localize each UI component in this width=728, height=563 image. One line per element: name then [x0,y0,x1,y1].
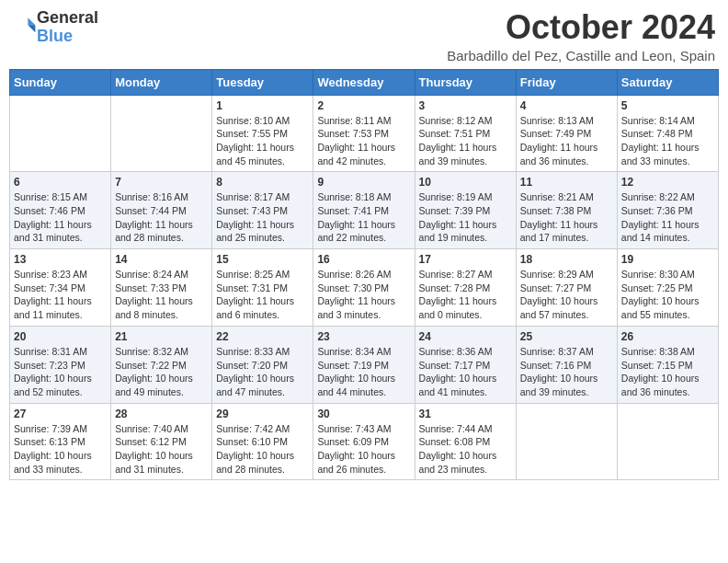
calendar-cell: 23Sunrise: 8:34 AM Sunset: 7:19 PM Dayli… [313,326,415,403]
calendar-cell: 13Sunrise: 8:23 AM Sunset: 7:34 PM Dayli… [10,249,111,327]
day-number: 6 [14,176,107,189]
day-info: Sunrise: 8:15 AM Sunset: 7:46 PM Dayligh… [14,190,107,245]
weekday-header-friday: Friday [516,69,617,95]
day-info: Sunrise: 8:26 AM Sunset: 7:30 PM Dayligh… [317,268,410,322]
day-number: 19 [621,253,714,266]
day-info: Sunrise: 8:37 AM Sunset: 7:16 PM Dayligh… [520,345,613,399]
calendar-cell: 24Sunrise: 8:36 AM Sunset: 7:17 PM Dayli… [415,326,516,403]
calendar-cell [10,95,111,172]
day-info: Sunrise: 8:25 AM Sunset: 7:31 PM Dayligh… [216,268,309,322]
day-number: 25 [520,330,613,343]
day-info: Sunrise: 8:23 AM Sunset: 7:34 PM Dayligh… [14,268,107,322]
calendar-cell: 14Sunrise: 8:24 AM Sunset: 7:33 PM Dayli… [111,249,212,327]
calendar-cell: 5Sunrise: 8:14 AM Sunset: 7:48 PM Daylig… [617,95,718,172]
day-number: 21 [115,330,208,343]
calendar-cell: 28Sunrise: 7:40 AM Sunset: 6:12 PM Dayli… [111,403,212,480]
day-number: 3 [419,99,512,112]
day-info: Sunrise: 8:13 AM Sunset: 7:49 PM Dayligh… [520,114,613,168]
weekday-header-monday: Monday [111,69,212,95]
calendar-cell: 22Sunrise: 8:33 AM Sunset: 7:20 PM Dayli… [212,326,313,403]
calendar-cell: 12Sunrise: 8:22 AM Sunset: 7:36 PM Dayli… [617,172,718,249]
day-number: 8 [216,176,309,189]
day-number: 4 [520,99,613,112]
calendar-cell: 7Sunrise: 8:16 AM Sunset: 7:44 PM Daylig… [111,172,212,249]
day-number: 11 [520,176,613,189]
weekday-header-tuesday: Tuesday [212,69,313,95]
day-number: 20 [14,330,107,343]
day-info: Sunrise: 8:32 AM Sunset: 7:22 PM Dayligh… [115,345,208,399]
day-number: 5 [621,99,714,112]
calendar-body: 1Sunrise: 8:10 AM Sunset: 7:55 PM Daylig… [10,95,719,480]
calendar-cell: 6Sunrise: 8:15 AM Sunset: 7:46 PM Daylig… [10,172,111,249]
calendar-cell: 18Sunrise: 8:29 AM Sunset: 7:27 PM Dayli… [516,249,617,327]
day-info: Sunrise: 7:44 AM Sunset: 6:08 PM Dayligh… [419,422,512,477]
weekday-header-sunday: Sunday [10,69,111,95]
calendar-cell: 8Sunrise: 8:17 AM Sunset: 7:43 PM Daylig… [212,172,313,249]
day-info: Sunrise: 8:31 AM Sunset: 7:23 PM Dayligh… [14,345,107,399]
calendar-cell: 15Sunrise: 8:25 AM Sunset: 7:31 PM Dayli… [212,249,313,327]
day-number: 13 [14,253,107,266]
day-info: Sunrise: 8:34 AM Sunset: 7:19 PM Dayligh… [317,345,410,399]
calendar-cell: 17Sunrise: 8:27 AM Sunset: 7:28 PM Dayli… [415,249,516,327]
day-info: Sunrise: 8:38 AM Sunset: 7:15 PM Dayligh… [621,345,714,399]
calendar-cell: 16Sunrise: 8:26 AM Sunset: 7:30 PM Dayli… [313,249,415,327]
weekday-header-row: SundayMondayTuesdayWednesdayThursdayFrid… [10,69,719,95]
location-subtitle: Barbadillo del Pez, Castille and Leon, S… [447,48,715,63]
day-info: Sunrise: 8:12 AM Sunset: 7:51 PM Dayligh… [419,114,512,168]
day-info: Sunrise: 8:24 AM Sunset: 7:33 PM Dayligh… [115,268,208,322]
calendar-cell: 21Sunrise: 8:32 AM Sunset: 7:22 PM Dayli… [111,326,212,403]
calendar-cell: 26Sunrise: 8:38 AM Sunset: 7:15 PM Dayli… [617,326,718,403]
day-number: 23 [317,330,410,343]
day-number: 22 [216,330,309,343]
page-header: General Blue October 2024 Barbadillo del… [9,9,719,63]
day-info: Sunrise: 8:33 AM Sunset: 7:20 PM Dayligh… [216,345,309,399]
day-number: 16 [317,253,410,266]
day-info: Sunrise: 7:39 AM Sunset: 6:13 PM Dayligh… [14,422,107,477]
calendar-cell: 30Sunrise: 7:43 AM Sunset: 6:09 PM Dayli… [313,403,415,480]
calendar-week-4: 20Sunrise: 8:31 AM Sunset: 7:23 PM Dayli… [10,326,719,403]
logo-text: General Blue [37,9,98,46]
day-info: Sunrise: 8:18 AM Sunset: 7:41 PM Dayligh… [317,190,410,245]
logo: General Blue [13,9,98,46]
weekday-header-thursday: Thursday [415,69,516,95]
title-block: October 2024 Barbadillo del Pez, Castill… [447,9,715,63]
day-info: Sunrise: 8:10 AM Sunset: 7:55 PM Dayligh… [216,114,309,168]
day-number: 1 [216,99,309,112]
calendar-cell: 31Sunrise: 7:44 AM Sunset: 6:08 PM Dayli… [415,403,516,480]
day-info: Sunrise: 8:17 AM Sunset: 7:43 PM Dayligh… [216,190,309,245]
logo-icon [15,15,37,37]
day-number: 26 [621,330,714,343]
calendar-cell: 4Sunrise: 8:13 AM Sunset: 7:49 PM Daylig… [516,95,617,172]
calendar-cell: 3Sunrise: 8:12 AM Sunset: 7:51 PM Daylig… [415,95,516,172]
day-number: 28 [115,408,208,420]
day-info: Sunrise: 8:29 AM Sunset: 7:27 PM Dayligh… [520,268,613,322]
day-info: Sunrise: 8:21 AM Sunset: 7:38 PM Dayligh… [520,190,613,245]
day-info: Sunrise: 8:11 AM Sunset: 7:53 PM Dayligh… [317,114,410,168]
calendar-week-2: 6Sunrise: 8:15 AM Sunset: 7:46 PM Daylig… [10,172,719,249]
day-number: 15 [216,253,309,266]
calendar-table: SundayMondayTuesdayWednesdayThursdayFrid… [9,69,719,481]
calendar-cell: 25Sunrise: 8:37 AM Sunset: 7:16 PM Dayli… [516,326,617,403]
calendar-cell [617,403,718,480]
weekday-header-wednesday: Wednesday [313,69,415,95]
calendar-cell: 9Sunrise: 8:18 AM Sunset: 7:41 PM Daylig… [313,172,415,249]
calendar-cell: 1Sunrise: 8:10 AM Sunset: 7:55 PM Daylig… [212,95,313,172]
svg-marker-0 [28,17,35,25]
day-number: 30 [317,408,410,420]
day-number: 12 [621,176,714,189]
calendar-week-1: 1Sunrise: 8:10 AM Sunset: 7:55 PM Daylig… [10,95,719,172]
day-number: 31 [419,408,512,420]
day-info: Sunrise: 8:19 AM Sunset: 7:39 PM Dayligh… [419,190,512,245]
day-number: 9 [317,176,410,189]
month-title: October 2024 [447,9,715,46]
day-info: Sunrise: 8:16 AM Sunset: 7:44 PM Dayligh… [115,190,208,245]
calendar-cell: 10Sunrise: 8:19 AM Sunset: 7:39 PM Dayli… [415,172,516,249]
calendar-cell: 2Sunrise: 8:11 AM Sunset: 7:53 PM Daylig… [313,95,415,172]
day-number: 24 [419,330,512,343]
day-number: 2 [317,99,410,112]
day-number: 14 [115,253,208,266]
calendar-week-3: 13Sunrise: 8:23 AM Sunset: 7:34 PM Dayli… [10,249,719,327]
day-number: 27 [14,408,107,420]
day-number: 17 [419,253,512,266]
calendar-cell: 29Sunrise: 7:42 AM Sunset: 6:10 PM Dayli… [212,403,313,480]
